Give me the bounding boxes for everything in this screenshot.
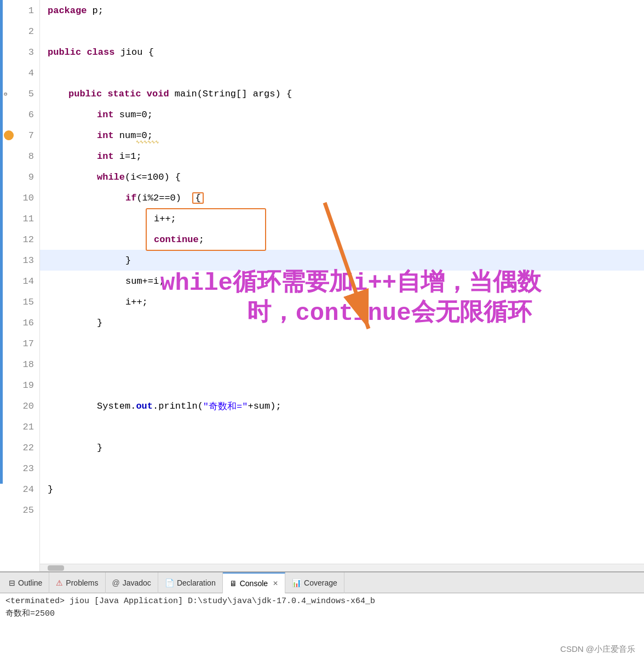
line-num-8: 8 bbox=[3, 146, 39, 167]
annotation-text: while循环需要加i++自增，当偶数 时，continue会无限循环 bbox=[160, 268, 541, 329]
tab-outline[interactable]: ⊟ Outline bbox=[2, 572, 49, 593]
code-line-20: System.out.println("奇数和="+sum); bbox=[40, 396, 644, 416]
tab-coverage[interactable]: 📊 Coverage bbox=[285, 572, 344, 593]
line-num-20: 20 bbox=[3, 396, 39, 416]
code-line-24: } bbox=[40, 479, 644, 500]
line-num-1: 1 bbox=[3, 0, 39, 21]
code-line-25 bbox=[40, 500, 644, 520]
line-num-23: 23 bbox=[3, 458, 39, 479]
watermark: CSDN @小庄爱音乐 bbox=[560, 644, 635, 655]
problems-icon: ⚠ bbox=[56, 578, 63, 587]
code-line-2 bbox=[40, 21, 644, 42]
code-line-18 bbox=[40, 354, 644, 375]
code-line-3: public class jiou { bbox=[40, 42, 644, 62]
tab-problems[interactable]: ⚠ Problems bbox=[49, 572, 105, 593]
line-num-14: 14 bbox=[3, 271, 39, 291]
tab-declaration[interactable]: 📄 Declaration bbox=[158, 572, 223, 593]
line-num-16: 16 bbox=[3, 312, 39, 333]
console-close-btn[interactable]: ✕ bbox=[273, 580, 278, 587]
line-num-12: 12 bbox=[3, 229, 39, 250]
line-num-6: 6 bbox=[3, 104, 39, 125]
console-content: <terminated> jiou [Java Application] D:\… bbox=[0, 593, 644, 659]
line-num-11: 11 bbox=[3, 208, 39, 229]
declaration-icon: 📄 bbox=[165, 578, 174, 587]
breakpoint-icon bbox=[4, 130, 14, 140]
outline-label: Outline bbox=[18, 578, 42, 587]
code-line-5: public static void main(String[] args) { bbox=[40, 83, 644, 104]
code-line-19 bbox=[40, 375, 644, 396]
javadoc-icon: @ bbox=[112, 578, 120, 587]
tab-console[interactable]: 🖥 Console ✕ bbox=[223, 572, 285, 593]
declaration-label: Declaration bbox=[177, 578, 216, 587]
code-line-4 bbox=[40, 62, 644, 83]
console-icon: 🖥 bbox=[229, 579, 237, 588]
line-num-2: 2 bbox=[3, 21, 39, 42]
code-line-23 bbox=[40, 458, 644, 479]
code-area: 1 2 3 4 5⊖ 6 7 8 9 10 11 12 13 14 15 16 … bbox=[0, 0, 644, 571]
editor-container: 1 2 3 4 5⊖ 6 7 8 9 10 11 12 13 14 15 16 … bbox=[0, 0, 644, 659]
console-label: Console bbox=[240, 579, 268, 588]
bottom-panel: ⊟ Outline ⚠ Problems @ Javadoc 📄 Declara… bbox=[0, 571, 644, 659]
line-num-15: 15 bbox=[3, 291, 39, 312]
line-num-19: 19 bbox=[3, 375, 39, 396]
code-line-11: i++; bbox=[40, 208, 644, 229]
line-num-21: 21 bbox=[3, 416, 39, 437]
code-line-17 bbox=[40, 333, 644, 354]
line-num-4: 4 bbox=[3, 62, 39, 83]
code-line-1: package p; bbox=[40, 0, 644, 21]
code-line-21 bbox=[40, 416, 644, 437]
outline-icon: ⊟ bbox=[9, 578, 15, 587]
line-num-24: 24 bbox=[3, 479, 39, 500]
problems-label: Problems bbox=[66, 578, 98, 587]
code-line-6: int sum=0; bbox=[40, 104, 644, 125]
line-num-17: 17 bbox=[3, 333, 39, 354]
line-num-7: 7 bbox=[3, 125, 39, 146]
code-line-13: } bbox=[40, 250, 644, 271]
code-line-12: continue; bbox=[40, 229, 644, 250]
code-line-9: while(i<=100) { bbox=[40, 167, 644, 187]
line-num-10: 10 bbox=[3, 187, 39, 208]
line-num-3: 3 bbox=[3, 42, 39, 62]
coverage-icon: 📊 bbox=[292, 578, 301, 587]
tab-javadoc[interactable]: @ Javadoc bbox=[106, 572, 158, 593]
line-num-18: 18 bbox=[3, 354, 39, 375]
javadoc-label: Javadoc bbox=[123, 578, 151, 587]
coverage-label: Coverage bbox=[304, 578, 337, 587]
line-num-22: 22 bbox=[3, 437, 39, 458]
blue-left-bar bbox=[0, 0, 3, 484]
code-line-22: } bbox=[40, 437, 644, 458]
horizontal-scrollbar[interactable] bbox=[40, 564, 644, 571]
code-line-8: int i=1; bbox=[40, 146, 644, 167]
line-num-5: 5⊖ bbox=[3, 83, 39, 104]
line-num-9: 9 bbox=[3, 167, 39, 187]
line-num-25: 25 bbox=[3, 500, 39, 520]
code-line-10: if(i%2==0) { bbox=[40, 187, 644, 208]
line-num-13: 13 bbox=[3, 250, 39, 271]
code-content[interactable]: package p; public class jiou { public st… bbox=[40, 0, 644, 571]
code-line-7: int num=0; ∿∿∿∿∿∿ bbox=[40, 125, 644, 146]
console-line-1: <terminated> jiou [Java Application] D:\… bbox=[5, 597, 639, 606]
tabs-bar: ⊟ Outline ⚠ Problems @ Javadoc 📄 Declara… bbox=[0, 572, 644, 593]
line-numbers: 1 2 3 4 5⊖ 6 7 8 9 10 11 12 13 14 15 16 … bbox=[3, 0, 40, 571]
console-line-2: 奇数和=2500 bbox=[5, 608, 639, 618]
scrollbar-thumb[interactable] bbox=[48, 565, 64, 571]
